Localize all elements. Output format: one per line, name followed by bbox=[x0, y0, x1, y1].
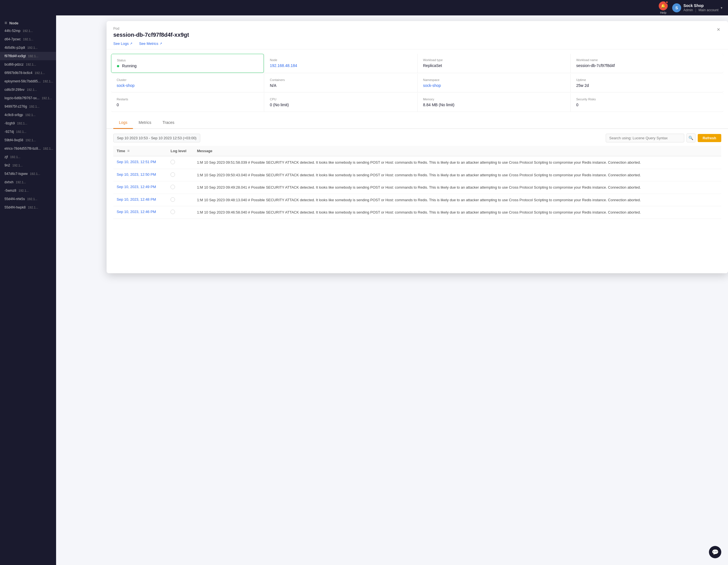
time-filter-icon[interactable]: ≡ bbox=[127, 149, 130, 153]
memory-label: Memory bbox=[423, 98, 565, 101]
sidebar-item[interactable]: 4b5d9c-p2qdt 192.1... bbox=[0, 43, 56, 52]
log-level-checkbox[interactable] bbox=[171, 197, 175, 202]
sidebar-item-ip: 192.1... bbox=[26, 63, 36, 66]
tab-metrics[interactable]: Metrics bbox=[133, 116, 157, 129]
close-button[interactable]: × bbox=[715, 26, 722, 33]
sidebar-item[interactable]: 44fc-52mp 192.1... bbox=[0, 27, 56, 35]
see-metrics-link[interactable]: See Metrics ↗ bbox=[139, 42, 162, 49]
search-input[interactable] bbox=[606, 134, 684, 142]
sidebar-item-ip: 192.1... bbox=[29, 105, 40, 108]
sidebar-item[interactable]: bcd66-pdzcz 192.1... bbox=[0, 60, 56, 69]
top-header: 🔔 Help S Sock Shop Admin | Main account … bbox=[0, 0, 728, 15]
date-range[interactable]: Sep 10 2023 10:53 - Sep 10 2023 12:53 (+… bbox=[113, 134, 200, 142]
sidebar-item-name: zjf bbox=[4, 155, 8, 159]
log-message: 1:M 10 Sep 2023 09:46:58.040 # Possible … bbox=[197, 210, 641, 215]
log-time-cell: Sep 10, 2023, 12:48 PM bbox=[113, 194, 167, 206]
account-icon: S bbox=[672, 3, 681, 12]
sidebar-item[interactable]: 59bf4-9xq58 192.1... bbox=[0, 136, 56, 144]
sidebar-item-name: 4b5d9c-p2qdt bbox=[4, 46, 25, 50]
sidebar-item-ip: 192.1... bbox=[12, 164, 23, 167]
namespace-value[interactable]: sock-shop bbox=[423, 83, 565, 88]
log-level-checkbox[interactable] bbox=[171, 172, 175, 177]
cluster-value[interactable]: sock-shop bbox=[117, 83, 258, 88]
sidebar-item-name: f97f8d4f-xx9gt bbox=[4, 54, 26, 58]
sidebar-item-name: bcd66-pdzcz bbox=[4, 63, 24, 66]
sidebar-item-ip: 192.1... bbox=[26, 139, 36, 142]
sidebar-item[interactable]: etrics-78d4d557f8-bz8... 192.1... bbox=[0, 144, 56, 153]
log-level-checkbox[interactable] bbox=[171, 160, 175, 164]
security-risks-value: 0 bbox=[576, 103, 718, 107]
sidebar-item[interactable]: f97f8d4f-xx9gt 192.1... bbox=[0, 52, 56, 60]
log-level-checkbox[interactable] bbox=[171, 185, 175, 189]
sidebar-item[interactable]: -5wmz8 192.1... bbox=[0, 186, 56, 195]
log-time[interactable]: Sep 10, 2023, 12:46 PM bbox=[117, 210, 156, 214]
tab-logs[interactable]: Logs bbox=[113, 116, 133, 129]
help-button[interactable]: 🔔 Help bbox=[659, 1, 668, 14]
sidebar-item-ip: 192.1... bbox=[17, 122, 27, 125]
log-level-checkbox[interactable] bbox=[171, 210, 175, 214]
sidebar-header-row: ≡ Node bbox=[0, 18, 56, 27]
log-level-cell bbox=[167, 194, 193, 206]
workload-type-label: Workload type bbox=[423, 58, 565, 62]
memory-value: 8.84 MB (No limit) bbox=[423, 103, 565, 107]
sidebar-item-name: 55d4f4-hwpk8 bbox=[4, 206, 26, 209]
external-link-icon: ↗ bbox=[160, 42, 162, 45]
sidebar-item-name: 949975f-z276g bbox=[4, 105, 27, 109]
sidebar-item-name: eployment-58c7bdd85... bbox=[4, 79, 41, 83]
log-time[interactable]: Sep 10, 2023, 12:51 PM bbox=[117, 160, 156, 164]
sidebar-item[interactable]: 9n2 192.1... bbox=[0, 161, 56, 170]
sidebar-item-name: -9zgh9 bbox=[4, 121, 15, 125]
log-message: 1:M 10 Sep 2023 09:51:58.039 # Possible … bbox=[197, 160, 641, 165]
header-right: 🔔 Help S Sock Shop Admin | Main account … bbox=[659, 1, 722, 14]
search-button[interactable]: 🔍 bbox=[686, 133, 695, 142]
sidebar-item[interactable]: d64-7pcwc 192.1... bbox=[0, 35, 56, 43]
status-label: Status bbox=[117, 59, 258, 62]
sidebar-item[interactable]: dxhxh 192.1... bbox=[0, 178, 56, 186]
log-time[interactable]: Sep 10, 2023, 12:50 PM bbox=[117, 172, 156, 177]
info-grid-row2: Cluster sock-shop Containers N/A Namespa… bbox=[111, 74, 724, 93]
log-message-cell: 1:M 10 Sep 2023 09:49:28.041 # Possible … bbox=[193, 181, 721, 194]
sidebar-item-name: 4c9c8-sr8gp bbox=[4, 113, 23, 117]
sidebar-item[interactable]: cd6c5f-299vv 192.1... bbox=[0, 86, 56, 94]
log-message-cell: 1:M 10 Sep 2023 09:50:43.040 # Possible … bbox=[193, 169, 721, 181]
tab-traces[interactable]: Traces bbox=[157, 116, 180, 129]
modal-label: Pod bbox=[113, 27, 721, 31]
help-label: Help bbox=[660, 11, 667, 14]
refresh-button[interactable]: Refresh bbox=[698, 134, 721, 142]
sidebar-item[interactable]: eployment-58c7bdd85... 192.1... bbox=[0, 77, 56, 86]
sidebar-item[interactable]: zjf 192.1... bbox=[0, 153, 56, 161]
collapse-icon[interactable]: ≡ bbox=[4, 20, 7, 26]
sidebar-item-ip: 192.1... bbox=[23, 38, 33, 41]
sidebar-item[interactable]: 4c9c8-sr8gp 192.1... bbox=[0, 111, 56, 119]
search-icon: 🔍 bbox=[688, 136, 693, 140]
chat-icon: 💬 bbox=[712, 549, 719, 555]
log-time[interactable]: Sep 10, 2023, 12:49 PM bbox=[117, 185, 156, 189]
sidebar-item[interactable]: 949975f-z276g 192.1... bbox=[0, 102, 56, 111]
sidebar-item-name: logzio-6d6b7f9767-sx... bbox=[4, 96, 40, 100]
sidebar-item-ip: 192.1... bbox=[25, 113, 36, 117]
log-time-cell: Sep 10, 2023, 12:49 PM bbox=[113, 181, 167, 194]
security-risks-cell: Security Risks 0 bbox=[571, 93, 724, 112]
uptime-cell: Uptime 25w 2d bbox=[571, 74, 724, 92]
logs-toolbar: Sep 10 2023 10:53 - Sep 10 2023 12:53 (+… bbox=[113, 133, 721, 142]
sidebar-item[interactable]: -927dj 192.1... bbox=[0, 128, 56, 136]
log-time[interactable]: Sep 10, 2023, 12:48 PM bbox=[117, 197, 156, 202]
sidebar-item[interactable]: 55d4f4-nhk5s 192.1... bbox=[0, 195, 56, 203]
status-cell: Status Running bbox=[111, 54, 264, 73]
chat-button[interactable]: 💬 bbox=[709, 546, 721, 558]
sidebar-item[interactable]: 547d6c7-lsgww 192.1... bbox=[0, 170, 56, 178]
cpu-cell: CPU 0 (No limit) bbox=[264, 93, 417, 112]
modal-header: Pod session-db-7cf97f8d4f-xx9gt See Logs… bbox=[107, 21, 728, 49]
sidebar-item[interactable]: -9zgh9 192.1... bbox=[0, 119, 56, 128]
sidebar-item[interactable]: logzio-6d6b7f9767-sx... 192.1... bbox=[0, 94, 56, 102]
restarts-label: Restarts bbox=[117, 98, 258, 101]
node-value[interactable]: 192.168.48.184 bbox=[270, 63, 411, 68]
log-message: 1:M 10 Sep 2023 09:50:43.040 # Possible … bbox=[197, 173, 641, 177]
sidebar-item[interactable]: 55d4f4-hwpk8 192.1... bbox=[0, 203, 56, 212]
chevron-down-icon[interactable]: ▾ bbox=[721, 6, 722, 10]
workload-name-cell: Workload name session-db-7cf97f8d4f bbox=[571, 54, 724, 73]
log-time-cell: Sep 10, 2023, 12:50 PM bbox=[113, 169, 167, 181]
sidebar-item-name: 9n2 bbox=[4, 163, 10, 167]
sidebar-item[interactable]: 6f997b9b78-bc6c4 192.1... bbox=[0, 69, 56, 77]
see-logs-link[interactable]: See Logs ↗ bbox=[113, 42, 132, 49]
